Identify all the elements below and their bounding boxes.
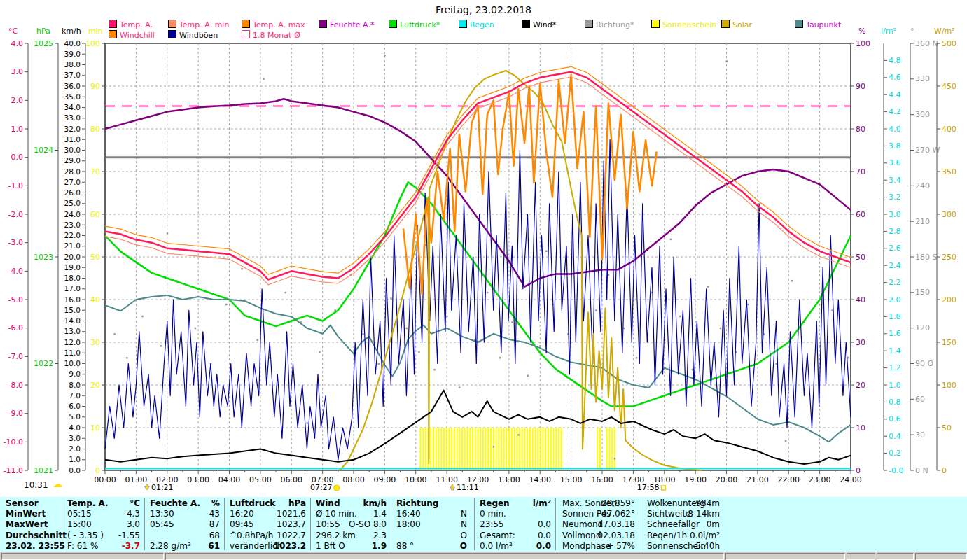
axis-tick-label: 4.8	[889, 56, 901, 65]
axis-tick-label: 3.6	[889, 158, 901, 167]
corner-time-label: 10:31	[24, 480, 48, 490]
marker-time-label: 07:27	[310, 483, 333, 492]
axis-tick-label: 32.0	[64, 125, 81, 133]
table-cell-value: 1023.7	[277, 519, 306, 530]
table-row: 05:4587	[147, 519, 223, 530]
axis-tick-label: 2.0	[69, 444, 81, 453]
table-cell-label: 15:00	[67, 519, 92, 530]
x-tick-label: 19:00	[684, 475, 707, 484]
table-row: Ø 10 min.1.4	[313, 509, 389, 519]
axis-tick-label: 20.0	[64, 253, 81, 261]
table-cell-value: O	[461, 531, 467, 541]
axis-tick-label: 4.0	[69, 424, 81, 432]
table-cell-label: Feuchte A.	[150, 498, 200, 509]
axis-tick-label: 1.4	[889, 346, 901, 356]
table-row: MaxWert	[3, 519, 60, 530]
table-row: 1 Bft O1.9	[313, 541, 389, 552]
table-group-wind: Windkm/hØ 10 min.1.410:55O-SO 8.0296.2 k…	[313, 497, 389, 552]
table-group-sensor: SensorMinWertMaxWertDurchschnitt23.02. 2…	[3, 497, 60, 552]
table-row: Neumond17.03.18	[559, 519, 638, 530]
status-bar-segment	[915, 553, 967, 560]
axis-tick-label: 2.6	[889, 244, 901, 253]
table-cell-value: 0m	[707, 519, 720, 530]
axis-tick-label: 15.0	[64, 306, 81, 314]
table-cell-value: 68	[209, 531, 220, 541]
axis-tick-label: 100	[85, 39, 100, 48]
table-row: F: 61 %-3.7	[64, 541, 143, 552]
axis-tick-label: -1.0	[8, 181, 23, 190]
table-row: LuftdruckhPa	[227, 498, 309, 509]
table-separator	[555, 498, 556, 550]
table-row: 05:15-4.3	[64, 509, 143, 519]
axis-tick-label: 240	[915, 181, 930, 190]
status-bar-segment	[1, 553, 164, 560]
table-group-luftdruck: LuftdruckhPa16:201021.609:451023.7^0.8hP…	[227, 497, 309, 552]
axis-tick-label: 3.0	[69, 434, 81, 442]
table-cell-label: Sichtweite	[647, 509, 690, 519]
axis-tick-label: 200	[942, 295, 956, 304]
table-cell-value: 02.03.18	[598, 531, 635, 541]
axis-tick-label: 360 N	[915, 39, 938, 48]
axis-tick-label: 0.2	[889, 449, 901, 458]
table-cell-value: 43	[209, 509, 220, 519]
table-cell-label: 16:20	[230, 509, 254, 519]
x-tick-label: 04:00	[218, 475, 241, 484]
table-row: Regen/1h0.0l/m²	[644, 531, 723, 541]
x-tick-label: 11:00	[436, 475, 458, 484]
table-cell-value: + 57%	[606, 541, 635, 552]
table-cell-value: 1.4	[373, 509, 387, 519]
axis-tick-label: 6.0	[69, 402, 81, 410]
weather-chart-window: Freitag, 23.02.2018 Temp. A.Temp. A. min…	[0, 0, 967, 560]
axis-tick-label: -0.0	[889, 466, 903, 475]
table-separator	[391, 498, 391, 550]
axis-tick-label: 90	[856, 82, 865, 91]
table-row: ^0.8hPa/h1022.7	[227, 531, 309, 541]
axis-tick-label: 16.0	[64, 295, 81, 304]
table-row: 23:550.0	[477, 519, 554, 530]
axis-tick-label: 0 N	[915, 466, 928, 475]
axis-tick-label: 0	[95, 466, 100, 475]
table-cell-value: 1022.7	[277, 531, 306, 541]
axis-tick-label: 100	[856, 39, 870, 48]
marker-time-label: 01:21	[151, 483, 174, 492]
table-cell-label: MaxWert	[6, 519, 48, 530]
table-cell-label: Schneefallgr	[647, 519, 700, 530]
table-cell-label: Sensor	[6, 498, 39, 509]
table-cell-value: 0.0l/m²	[690, 531, 720, 541]
table-separator	[641, 498, 641, 550]
table-cell-label: 23:55	[480, 519, 504, 530]
table-row: 16:40N	[394, 509, 470, 519]
axis-lm2: 4.84.64.44.24.03.83.63.43.23.02.82.62.42…	[884, 43, 903, 475]
axis-tick-label: 70	[90, 167, 100, 176]
axis-tick-label: 4.2	[889, 107, 901, 116]
status-bar	[0, 552, 967, 560]
moon-up-arrow-icon	[450, 484, 455, 490]
x-tick-label: 23:00	[809, 475, 831, 484]
axis-tick-label: 1022	[34, 359, 53, 368]
table-row: Sichtweite8-14km	[644, 509, 723, 519]
table-cell-value: O-SO 8.0	[349, 519, 387, 530]
table-cell-label: 05:15	[67, 509, 92, 519]
axis-tick-label: 30	[915, 430, 925, 440]
axis-tick-label: 4.6	[889, 73, 901, 82]
axis-tick-label: 13.0	[64, 327, 81, 335]
axis-tick-label: 40	[90, 295, 100, 304]
table-cell-value: N	[461, 509, 467, 519]
axis-tick-label: 12.0	[64, 338, 81, 346]
table-row: Vollmond02.03.18	[559, 531, 638, 541]
axis-tick-label: 60	[915, 395, 925, 404]
table-separator	[474, 498, 475, 550]
axis-tick-label: -11.0	[4, 466, 23, 475]
axis-tick-label: -5.0	[8, 295, 23, 304]
table-cell-label: MinWert	[6, 509, 46, 519]
axis-tick-label: 26.0	[64, 188, 81, 197]
table-cell-label: Temp. A.	[67, 498, 109, 509]
table-cell-value: %	[211, 498, 220, 509]
table-cell-value: 1021.6	[277, 509, 306, 519]
axis-tick-label: 1024	[34, 146, 53, 155]
table-cell-label: 10:55	[316, 519, 340, 530]
table-cell-label: 18:00	[396, 519, 421, 530]
axis-min: 1009080706050403020100	[85, 39, 105, 475]
table-row: 88 °O	[394, 541, 470, 552]
axis-tick-label: 300	[942, 210, 956, 219]
